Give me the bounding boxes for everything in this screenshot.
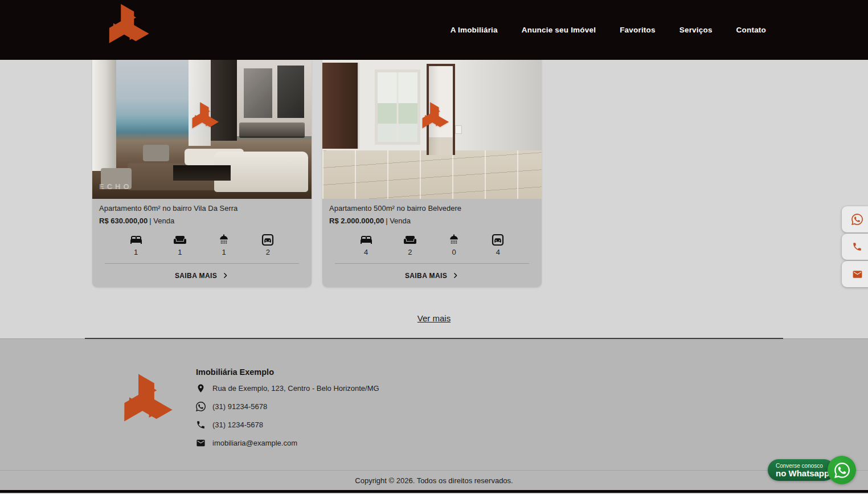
feature-parking: 4 [486,233,509,256]
dining-set-shape [239,123,305,138]
bottom-edge [0,490,868,493]
phone-icon [196,420,206,430]
copyright-bar: Copyright © 2026. Todos os direitos rese… [0,470,868,490]
price-value: R$ 630.000,00 [99,217,148,225]
property-card: ECHO Apartamento 60m² no bairro Vila Da … [92,60,312,287]
whatsapp-icon [834,463,850,478]
email-address: imobiliaria@example.com [212,439,297,447]
whatsapp-row[interactable]: (31) 91234-5678 [196,402,379,411]
feature-bathrooms: 0 [443,233,465,256]
property-photo-empty-apartment[interactable] [322,60,542,199]
email-icon [196,438,206,448]
logo-watermark-icon [414,101,451,138]
feature-value: 4 [364,248,368,256]
feature-living-rooms: 2 [399,233,421,256]
top-navigation-bar: A Imobiliária Anuncie seu Imóvel Favorit… [0,0,868,60]
feature-bedrooms: 4 [355,233,378,256]
location-pin-icon [196,383,206,393]
whatsapp-chat-button[interactable] [828,456,856,484]
shower-icon [447,233,461,247]
copyright-text: Copyright © 2026. Todos os direitos rese… [355,476,513,485]
bed-icon [129,233,143,247]
property-price: R$ 2.000.000,00| Venda [329,217,535,225]
curtain-shape [92,60,116,171]
bed-icon [359,233,373,247]
ver-mais-link[interactable]: Ver mais [417,313,451,323]
company-logo [109,370,175,441]
logo-watermark-icon [184,101,220,138]
deal-type: | Venda [386,217,411,225]
email-row[interactable]: imobiliaria@example.com [196,438,379,448]
property-cards-row: ECHO Apartamento 60m² no bairro Vila Da … [92,60,776,287]
feature-living-rooms: 1 [169,233,191,256]
property-title: Apartamento 500m² no bairro Belvedere [329,204,535,213]
features-row: 4 2 0 4 [329,233,535,256]
saiba-mais-button[interactable]: SAIBA MAIS [329,264,535,287]
whatsapp-chat-pill[interactable]: Converse conosco no Whatsapp [768,459,835,481]
sofa-icon [173,233,187,247]
nav-item-anuncie-seu-imovel[interactable]: Anuncie seu Imóvel [522,26,596,34]
feature-value: 1 [134,248,138,256]
property-price: R$ 630.000,00| Venda [99,217,305,225]
floating-whatsapp-button[interactable] [842,206,868,232]
feature-value: 2 [408,248,412,256]
listings-section: ECHO Apartamento 60m² no bairro Vila Da … [0,60,868,338]
nav-item-a-imobiliaria[interactable]: A Imobiliária [451,26,498,34]
nav-item-favoritos[interactable]: Favoritos [620,26,656,34]
whatsapp-icon [196,402,206,411]
company-logo[interactable] [97,2,152,58]
page: A Imobiliária Anuncie seu Imóvel Favorit… [0,0,868,494]
phone-number: (31) 1234-5678 [212,420,263,429]
property-card: Apartamento 500m² no bairro Belvedere R$… [322,60,542,287]
floating-contact-stack [842,206,868,287]
card-body: Apartamento 500m² no bairro Belvedere R$… [322,199,542,287]
feature-bathrooms: 1 [212,233,235,256]
photo-credit: ECHO [99,182,132,191]
feature-bedrooms: 1 [125,233,148,256]
email-icon [852,269,863,280]
floating-phone-button[interactable] [842,234,868,260]
saiba-mais-label: SAIBA MAIS [175,272,217,280]
address-text: Rua de Exemplo, 123, Centro - Belo Horiz… [212,384,379,393]
card-body: Apartamento 60m² no bairro Vila Da Serra… [92,199,312,287]
chevron-right-icon [452,272,459,279]
address-row: Rua de Exemplo, 123, Centro - Belo Horiz… [196,383,379,393]
floating-email-button[interactable] [842,261,868,287]
chair-shape [143,145,169,161]
whatsapp-number: (31) 91234-5678 [212,402,267,411]
artwork-shape [277,66,304,119]
footer: Imobiliária Exemplo Rua de Exemplo, 123,… [0,338,868,470]
saiba-mais-button[interactable]: SAIBA MAIS [99,264,305,287]
property-title: Apartamento 60m² no bairro Vila Da Serra [99,204,305,213]
price-value: R$ 2.000.000,00 [329,217,384,225]
feature-value: 1 [178,248,182,256]
artwork-shape [244,68,272,119]
phone-row[interactable]: (31) 1234-5678 [196,420,379,430]
car-icon [491,233,505,247]
light-switch-shape [455,125,462,134]
feature-value: 4 [496,248,500,256]
nav-item-contato[interactable]: Contato [736,26,766,34]
feature-value: 0 [452,248,456,256]
main-nav: A Imobiliária Anuncie seu Imóvel Favorit… [451,26,766,34]
nav-item-servicos[interactable]: Serviços [679,26,713,34]
property-photo-living-room[interactable]: ECHO [92,60,312,199]
car-icon [261,233,275,247]
feature-value: 1 [222,248,226,256]
shower-icon [217,233,231,247]
saiba-mais-label: SAIBA MAIS [405,272,447,280]
chevron-right-icon [222,272,229,279]
company-name: Imobiliária Exemplo [196,368,379,377]
whatsapp-pill-line2: no Whatsapp [776,469,835,477]
footer-contact-info: Imobiliária Exemplo Rua de Exemplo, 123,… [196,366,379,456]
whatsapp-icon [851,214,863,225]
deal-type: | Venda [149,217,174,225]
feature-value: 2 [266,248,270,256]
sofa-icon [403,233,417,247]
tile-floor-shape [322,150,542,199]
phone-icon [852,242,862,252]
coffee-table-shape [173,165,230,181]
door-shape [322,63,359,149]
features-row: 1 1 1 2 [99,233,305,256]
feature-parking: 2 [256,233,279,256]
